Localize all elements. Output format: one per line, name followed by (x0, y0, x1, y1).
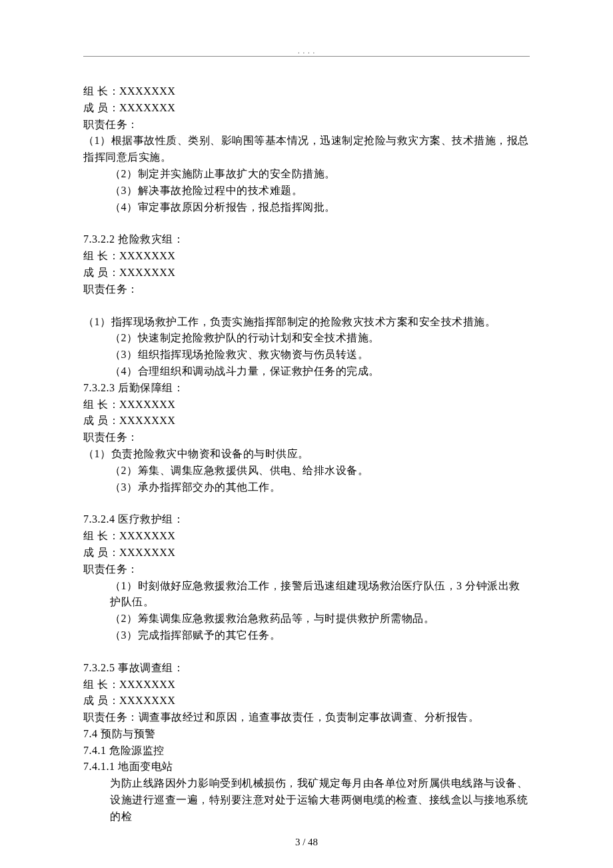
s1-duty-2: （2）制定并实施防止事故扩大的安全防措施。 (83, 166, 530, 183)
s4-duty-1: （1）时刻做好应急救援救治工作，接警后迅速组建现场救治医疗队伍，3 分钟派出救护… (83, 578, 530, 611)
s3-leader: 组 长：XXXXXXX (83, 397, 530, 413)
s5-members: 成 员：XXXXXXX (83, 693, 530, 709)
s3-duty-1: （1）负责抢险救灾中物资和设备的与时供应。 (83, 446, 530, 463)
pagination: 3 / 48 (295, 837, 318, 847)
s4-duty-2: （2）筹集调集应急救援救治急救药品等，与时提供救护所需物品。 (83, 611, 530, 627)
s4-title: 7.3.2.4 医疗救护组： (83, 511, 530, 528)
s2-duty-3: （3）组织指挥现场抢险救灾、救灾物资与伤员转送。 (83, 347, 530, 363)
s2-title: 7.3.2.2 抢险救灾组： (83, 231, 530, 248)
s1-duty-1: （1）根据事故性质、类别、影响围等基本情况，迅速制定抢险与救灾方案、技术措施，报… (83, 133, 530, 166)
s6-h3: 7.4.1.1 地面变电站 (83, 759, 530, 775)
s1-leader: 组 长：XXXXXXX (83, 83, 530, 100)
s5-title: 7.3.2.5 事故调查组： (83, 660, 530, 677)
document-body: 组 长：XXXXXXX 成 员：XXXXXXX 职责任务： （1）根据事故性质、… (83, 83, 530, 825)
s4-members: 成 员：XXXXXXX (83, 545, 530, 561)
s3-duty-2: （2）筹集、调集应急救援供风、供电、给排水设备。 (83, 463, 530, 479)
page-footer: 3 / 48 (0, 837, 613, 848)
s1-duty-label: 职责任务： (83, 117, 530, 133)
s2-leader: 组 长：XXXXXXX (83, 248, 530, 265)
s6-h2: 7.4.1 危险源监控 (83, 743, 530, 759)
s5-leader: 组 长：XXXXXXX (83, 677, 530, 693)
s2-duty-1: （1）指挥现场救护工作，负责实施指挥部制定的抢险救灾技术方案和安全技术措施。 (83, 314, 530, 331)
s1-duty-3: （3）解决事故抢险过程中的技术难题。 (83, 183, 530, 199)
s5-duty-line: 职责任务：调查事故经过和原因，追查事故责任，负责制定事故调查、分析报告。 (83, 709, 530, 726)
s2-members: 成 员：XXXXXXX (83, 265, 530, 281)
s4-leader: 组 长：XXXXXXX (83, 528, 530, 545)
s4-duty-3: （3）完成指挥部赋予的其它任务。 (83, 627, 530, 644)
s2-duty-2: （2）快速制定抢险救护队的行动计划和安全技术措施。 (83, 330, 530, 347)
s3-duty-label: 职责任务： (83, 429, 530, 446)
s2-duty-label: 职责任务： (83, 281, 530, 298)
s3-duty-3: （3）承办指挥部交办的其他工作。 (83, 479, 530, 496)
s6-p1: 为防止线路因外力影响受到机械损伤，我矿规定每月由各单位对所属供电线路与设备、设施… (83, 775, 530, 825)
s3-title: 7.3.2.3 后勤保障组： (83, 380, 530, 397)
s1-members: 成 员：XXXXXXX (83, 100, 530, 117)
s6-h1: 7.4 预防与预警 (83, 726, 530, 743)
s2-duty-4: （4）合理组织和调动战斗力量，保证救护任务的完成。 (83, 363, 530, 380)
header-rule-dots: . . . . (83, 47, 530, 57)
s4-duty-label: 职责任务： (83, 561, 530, 578)
s3-members: 成 员：XXXXXXX (83, 413, 530, 429)
s1-duty-4: （4）审定事故原因分析报告，报总指挥阅批。 (83, 199, 530, 216)
header-dots: . . . . (298, 47, 315, 55)
